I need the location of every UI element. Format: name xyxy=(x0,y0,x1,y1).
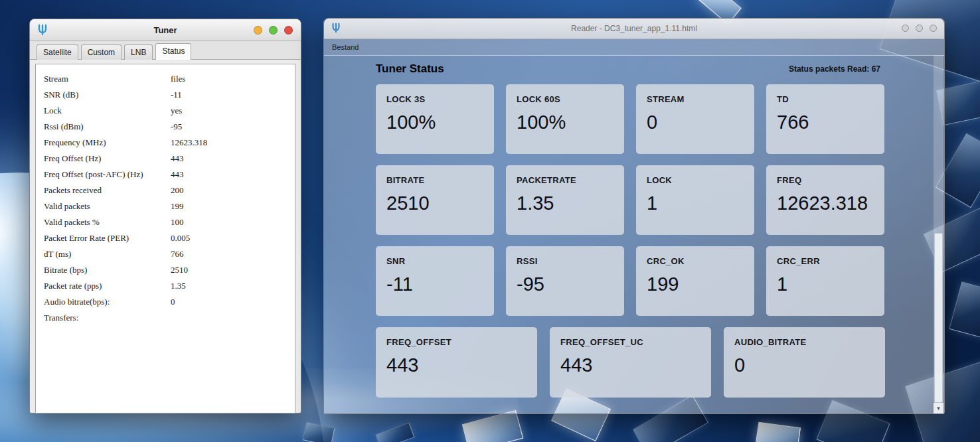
maximize-button[interactable] xyxy=(269,26,278,35)
card-audio-bitrate: AUDIO_BITRATE0 xyxy=(724,327,885,398)
close-button[interactable] xyxy=(284,26,293,35)
reader-window: Reader - DC3_tuner_app_1.11.html Bestand… xyxy=(323,18,945,414)
reader-menubar: Bestand xyxy=(324,39,944,56)
minimize-button[interactable] xyxy=(254,26,262,35)
card-freq-offset-uc: FREQ_OFFSET_UC443 xyxy=(550,327,711,398)
card-label: LOCK 3S xyxy=(386,94,486,104)
card-label: FREQ xyxy=(777,175,876,185)
desktop: Tuner Satellite Custom LNB Status Stream… xyxy=(0,0,980,442)
status-label: Audio bitrate(bps): xyxy=(44,297,171,307)
card-label: TD xyxy=(777,94,876,104)
status-row: Audio bitrate(bps):0 xyxy=(44,294,295,310)
window-controls xyxy=(902,25,937,32)
status-label: Valid packets % xyxy=(44,217,171,228)
status-row: Valid packets199 xyxy=(44,198,295,214)
status-row: Transfers: xyxy=(44,310,295,326)
status-label: Lock xyxy=(44,106,171,116)
scrollbar-down-button[interactable]: ▼ xyxy=(934,403,943,413)
status-value: 766 xyxy=(171,249,295,259)
minimize-button[interactable] xyxy=(902,25,909,32)
status-row: Freq Offset (post-AFC) (Hz)443 xyxy=(44,167,295,183)
close-button[interactable] xyxy=(930,25,937,32)
status-label: Frequency (MHz) xyxy=(44,137,171,148)
card-value: 443 xyxy=(560,354,703,376)
status-value: yes xyxy=(171,106,295,116)
status-value: 100 xyxy=(171,217,295,228)
page-title: Tuner Status xyxy=(376,62,444,76)
reader-window-title: Reader - DC3_tuner_app_1.11.html xyxy=(324,24,944,33)
tuner-status-grid: LOCK 3S100% LOCK 60S100% STREAM0 TD766 B… xyxy=(376,84,884,316)
tuner-titlebar[interactable]: Tuner xyxy=(30,19,301,41)
status-value: 443 xyxy=(171,169,295,180)
card-label: CRC_ERR xyxy=(777,256,876,266)
status-value: 199 xyxy=(171,201,295,212)
card-label: RSSI xyxy=(517,256,616,266)
vertical-scrollbar[interactable]: ▼ xyxy=(934,55,943,413)
card-label: STREAM xyxy=(647,94,746,104)
status-row: Freq Offset (Hz)443 xyxy=(44,151,295,167)
status-packets-read: Status packets Read: 67 xyxy=(789,64,880,74)
card-label: LOCK 60S xyxy=(517,94,616,104)
tab-custom[interactable]: Custom xyxy=(81,44,122,60)
scrollbar-thumb[interactable] xyxy=(934,233,943,403)
card-value: 443 xyxy=(386,354,529,376)
status-value: files xyxy=(171,74,295,84)
debris-fragment xyxy=(756,422,801,442)
card-value: 1 xyxy=(777,273,876,295)
card-value: -95 xyxy=(517,273,616,295)
status-value: -11 xyxy=(171,90,295,100)
card-freq-offset: FREQ_OFFSET443 xyxy=(376,327,537,398)
card-label: AUDIO_BITRATE xyxy=(734,337,877,347)
tab-satellite[interactable]: Satellite xyxy=(37,44,78,60)
status-panel: Streamfiles SNR (dB)-11 Lockyes Rssi (dB… xyxy=(35,64,295,413)
status-row: dT (ms)766 xyxy=(44,246,295,262)
card-value: -11 xyxy=(386,273,486,295)
card-value: 12623.318 xyxy=(777,192,876,214)
card-packetrate: PACKETRATE1.35 xyxy=(506,165,624,235)
tab-lnb[interactable]: LNB xyxy=(124,44,153,60)
status-row: Frequency (MHz)12623.318 xyxy=(44,135,295,151)
reader-titlebar[interactable]: Reader - DC3_tuner_app_1.11.html xyxy=(324,19,944,39)
status-label: Transfers: xyxy=(44,313,171,323)
status-row: Rssi (dBm)-95 xyxy=(44,119,295,135)
status-row: Valid packets %100 xyxy=(44,214,295,230)
card-crc-ok: CRC_OK199 xyxy=(636,246,754,316)
status-value: 12623.318 xyxy=(171,137,295,148)
status-row: Packet rate (pps)1.35 xyxy=(44,278,295,294)
status-row: SNR (dB)-11 xyxy=(44,87,295,103)
card-value: 1.35 xyxy=(517,192,616,214)
card-lock-60s: LOCK 60S100% xyxy=(506,84,624,154)
tuner-status-grid-wide: FREQ_OFFSET443 FREQ_OFFSET_UC443 AUDIO_B… xyxy=(376,327,885,398)
card-label: CRC_OK xyxy=(647,256,746,266)
debris-fragment xyxy=(949,281,980,338)
card-label: FREQ_OFFSET xyxy=(386,337,529,347)
card-rssi: RSSI-95 xyxy=(506,246,624,316)
status-label: Freq Offset (Hz) xyxy=(44,153,171,164)
status-value: 200 xyxy=(171,185,295,196)
card-value: 0 xyxy=(734,354,877,376)
card-td: TD766 xyxy=(766,84,884,154)
status-row: Packets received200 xyxy=(44,183,295,198)
menu-bestand[interactable]: Bestand xyxy=(329,42,361,52)
tab-status[interactable]: Status xyxy=(155,43,191,60)
card-lock: LOCK1 xyxy=(636,165,754,235)
card-bitrate: BITRATE2510 xyxy=(376,165,494,235)
status-label: Freq Offset (post-AFC) (Hz) xyxy=(44,169,171,180)
card-label: LOCK xyxy=(647,175,746,185)
status-value: 0.005 xyxy=(171,233,295,244)
status-row: Packet Error Rate (PER)0.005 xyxy=(44,230,295,246)
status-row: Bitrate (bps)2510 xyxy=(44,262,295,278)
status-label: SNR (dB) xyxy=(44,90,171,100)
status-label: Rssi (dBm) xyxy=(44,121,171,132)
tuner-window: Tuner Satellite Custom LNB Status Stream… xyxy=(29,19,301,413)
card-value: 1 xyxy=(647,192,746,214)
maximize-button[interactable] xyxy=(916,25,923,32)
window-controls xyxy=(254,26,293,35)
status-label: Packet rate (pps) xyxy=(44,281,171,291)
card-snr: SNR-11 xyxy=(376,246,494,316)
status-label: Bitrate (bps) xyxy=(44,265,171,275)
status-row: Streamfiles xyxy=(44,71,295,87)
card-label: PACKETRATE xyxy=(517,175,616,185)
status-value: 1.35 xyxy=(171,281,295,291)
card-lock-3s: LOCK 3S100% xyxy=(376,84,494,154)
